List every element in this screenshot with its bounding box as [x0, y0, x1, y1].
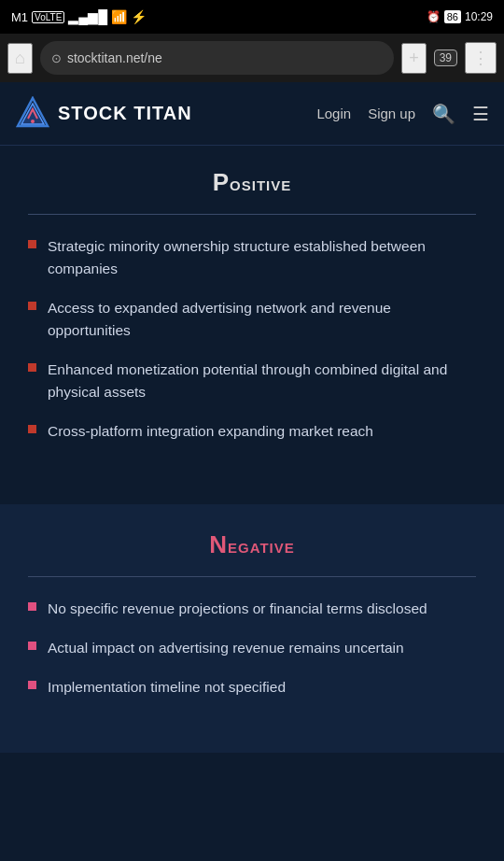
battery-icon: 86 — [444, 10, 461, 23]
positive-bullet-list: Strategic minority ownership structure e… — [28, 235, 476, 443]
nav-links: Login Sign up 🔍 ☰ — [316, 103, 489, 125]
positive-text-1: Strategic minority ownership structure e… — [48, 235, 476, 280]
negative-bullet-list: No specific revenue projections or finan… — [28, 598, 476, 699]
alarm-icon: ⏰ — [427, 10, 441, 23]
status-left: M1 VoLTE ▂▄▆█ 📶 ⚡ — [11, 9, 147, 24]
negative-section: Negative No specific revenue projections… — [0, 504, 504, 753]
positive-text-3: Enhanced monetization potential through … — [48, 359, 476, 403]
positive-item-3: Enhanced monetization potential through … — [28, 359, 476, 403]
bullet-icon-4 — [28, 425, 36, 433]
main-content: Positive Strategic minority ownership st… — [0, 146, 504, 753]
tab-count-badge[interactable]: 39 — [434, 49, 457, 66]
signup-link[interactable]: Sign up — [368, 106, 415, 121]
security-icon: ⊙ — [51, 51, 62, 65]
negative-text-2: Actual impact on advertising revenue rem… — [48, 637, 404, 659]
logo-area: STOCK TITAN — [15, 96, 316, 132]
status-bar: M1 VoLTE ▂▄▆█ 📶 ⚡ ⏰ 86 10:29 — [0, 0, 504, 34]
url-text: stocktitan.net/ne — [67, 50, 162, 65]
negative-item-3: Implementation timeline not specified — [28, 676, 476, 699]
volte-badge: VoLTE — [32, 11, 64, 23]
negative-title: Negative — [28, 530, 476, 559]
url-bar[interactable]: ⊙ stocktitan.net/ne — [40, 41, 394, 75]
positive-title: Positive — [28, 168, 476, 197]
signal-icon: ▂▄▆█ — [68, 9, 107, 24]
browser-bar: ⌂ ⊙ stocktitan.net/ne + 39 ⋮ — [0, 34, 504, 82]
positive-text-4: Cross-platform integration expanding mar… — [48, 420, 373, 443]
search-icon[interactable]: 🔍 — [432, 103, 455, 125]
carrier-label: M1 — [11, 10, 28, 24]
bullet-icon-3 — [28, 363, 36, 372]
positive-divider — [28, 214, 476, 215]
login-link[interactable]: Login — [316, 106, 351, 121]
neg-bullet-icon-3 — [28, 681, 36, 689]
status-right: ⏰ 86 10:29 — [427, 10, 493, 23]
wifi-icon: 📶 — [111, 9, 127, 24]
positive-text-2: Access to expanded advertising network a… — [48, 297, 476, 342]
time-label: 10:29 — [465, 10, 493, 23]
svg-point-2 — [31, 120, 35, 123]
positive-section: Positive Strategic minority ownership st… — [0, 146, 504, 497]
positive-item-2: Access to expanded advertising network a… — [28, 297, 476, 342]
negative-item-2: Actual impact on advertising revenue rem… — [28, 637, 476, 659]
positive-item-1: Strategic minority ownership structure e… — [28, 235, 476, 280]
negative-item-1: No specific revenue projections or finan… — [28, 598, 476, 620]
neg-bullet-icon-2 — [28, 642, 36, 650]
negative-divider — [28, 576, 476, 577]
browser-home-button[interactable]: ⌂ — [7, 43, 33, 74]
neg-bullet-icon-1 — [28, 602, 36, 611]
hamburger-menu-icon[interactable]: ☰ — [472, 103, 489, 125]
negative-text-1: No specific revenue projections or finan… — [48, 598, 427, 620]
other-icon: ⚡ — [131, 9, 147, 24]
bullet-icon-1 — [28, 240, 36, 248]
negative-text-3: Implementation timeline not specified — [48, 676, 286, 699]
logo-icon — [15, 96, 50, 132]
browser-menu-button[interactable]: ⋮ — [465, 42, 497, 74]
positive-item-4: Cross-platform integration expanding mar… — [28, 420, 476, 443]
bullet-icon-2 — [28, 302, 36, 310]
new-tab-button[interactable]: + — [401, 43, 427, 74]
logo-text: STOCK TITAN — [58, 103, 192, 124]
navbar: STOCK TITAN Login Sign up 🔍 ☰ — [0, 82, 504, 146]
